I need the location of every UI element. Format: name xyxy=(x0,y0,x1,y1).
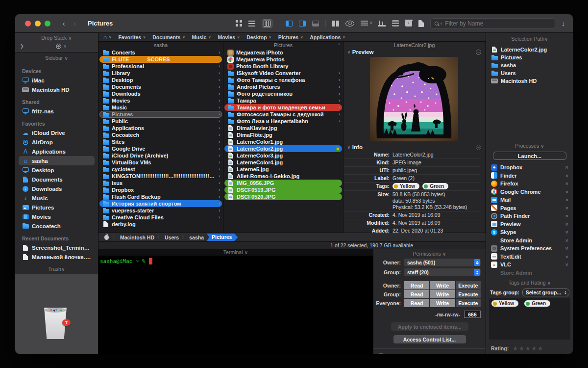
close-icon[interactable]: × xyxy=(565,229,570,235)
file-row[interactable]: Фото Тамары с телефона› xyxy=(224,77,342,83)
file-row[interactable]: Тамара и фото младенцев семьи› xyxy=(224,104,342,111)
permission-everyone-execute[interactable]: Execute xyxy=(456,299,481,307)
close-icon[interactable]: × xyxy=(565,181,570,186)
tools-icon[interactable] xyxy=(378,21,386,26)
process-row-pages[interactable]: Pages× xyxy=(491,204,570,212)
path-dropdown-home[interactable]: ⌂∨ xyxy=(103,34,111,40)
file-row[interactable]: DimaFlöte.jpg xyxy=(224,131,342,138)
download-arrow-icon[interactable]: ↓ xyxy=(562,20,565,27)
selection-path-item[interactable]: Pictures xyxy=(491,53,570,61)
permission-owner-execute[interactable]: Execute xyxy=(456,281,481,289)
file-row[interactable]: Desktop› xyxy=(99,77,222,83)
drop-stack-header[interactable]: Drop Stack ∨ xyxy=(15,35,98,41)
file-row[interactable]: iSkysoft Video Converter› xyxy=(224,70,342,77)
path-dropdown-favorites[interactable]: Favorites∨ xyxy=(118,34,146,40)
file-row[interactable]: Concerts› xyxy=(99,49,222,56)
ignore-ownership-checkbox[interactable] xyxy=(378,353,384,355)
file-row[interactable]: LaterneColor3.jpg xyxy=(224,152,342,159)
preview-section-header[interactable]: ∨ Preview − xyxy=(343,48,485,56)
sidebar-item-fritz-nas[interactable]: fritz-nas xyxy=(19,106,95,116)
process-row-system-preferences[interactable]: ⚙System Preferences× xyxy=(491,244,570,253)
processes-header[interactable]: Processes ∨ xyxy=(486,143,573,149)
close-icon[interactable]: × xyxy=(565,213,570,219)
selection-path-item[interactable]: Macintosh HD xyxy=(491,77,570,85)
grid-view-icon[interactable] xyxy=(236,20,242,26)
process-row-mail[interactable]: Mail× xyxy=(491,196,570,204)
file-row[interactable]: LaterneColor2.jpg xyxy=(224,145,342,152)
process-row-textedit[interactable]: TextEdit× xyxy=(491,253,570,261)
close-icon[interactable]: × xyxy=(565,237,570,243)
file-row[interactable]: Movies› xyxy=(99,97,222,104)
terminal-header[interactable]: Terminal ∨ xyxy=(98,249,373,256)
file-row[interactable]: VirtualBox VMs› xyxy=(99,159,222,166)
permission-group-execute[interactable]: Execute xyxy=(456,290,481,298)
file-row[interactable]: Public› xyxy=(99,118,222,125)
toggle-right-panel-icon[interactable] xyxy=(299,21,306,26)
close-icon[interactable]: × xyxy=(565,173,570,179)
file-row[interactable]: Flash Card Backup› xyxy=(99,193,222,200)
file-row[interactable]: KINGSTON!!!!!!!!!!!!!!!!...!!!!!!!!!!!!!… xyxy=(99,173,222,180)
sidebar-item-screenshot-terminal-[interactable]: Screenshot_Terminal... xyxy=(19,243,95,252)
launch-button[interactable]: Launch... xyxy=(493,152,566,160)
file-row[interactable]: iCloud Drive (Archive)› xyxy=(99,152,222,159)
process-row-store-admin[interactable]: Store Admin× xyxy=(491,237,570,245)
path-dropdown-desktop[interactable]: Desktop∨ xyxy=(246,34,271,40)
sidebar-item-downloads[interactable]: ↓Downloads xyxy=(19,184,95,193)
file-row[interactable]: FLUTE______SCORES› xyxy=(99,56,222,63)
sidebar-item-macintosh-hd[interactable]: Macintosh HD xyxy=(19,85,95,94)
file-row[interactable]: Фото родственников› xyxy=(224,90,342,97)
dual-pane-icon[interactable] xyxy=(332,21,339,26)
path-dropdown-applications[interactable]: Applications∨ xyxy=(310,34,345,40)
expand-icon[interactable]: ❯ xyxy=(20,44,24,49)
process-row-skype[interactable]: SSkype× xyxy=(491,228,570,237)
file-row[interactable]: Pictures› xyxy=(99,111,222,118)
tags-group-select[interactable]: Select group... xyxy=(522,289,569,296)
file-row[interactable]: isus› xyxy=(99,180,222,186)
forward-button[interactable]: › xyxy=(71,20,78,27)
apply-to-enclosed-button[interactable]: Apply to enclosed items... xyxy=(391,322,468,331)
file-row[interactable]: Professional› xyxy=(99,63,222,70)
filter-input[interactable] xyxy=(444,20,532,27)
archive-box-icon[interactable] xyxy=(405,21,412,26)
breadcrumb-item[interactable]: Users xyxy=(165,235,179,240)
drop-stack-target[interactable]: ∨ xyxy=(55,43,67,50)
process-row-finder[interactable]: Finder× xyxy=(491,172,570,180)
sidebar-item-movies[interactable]: Movies xyxy=(19,212,95,221)
file-row[interactable]: Фотосессия Тамары с дедушкой› xyxy=(224,111,342,118)
file-row[interactable]: LaterneColor4.jpg xyxy=(224,159,342,166)
list-view-icon[interactable] xyxy=(248,21,255,26)
mode-octal-field[interactable]: 666 xyxy=(464,311,481,318)
sidebar-item-icloud-drive[interactable]: ☁iCloud Drive xyxy=(19,128,95,137)
file-row[interactable]: Library› xyxy=(99,70,222,77)
owner-select[interactable]: sasha (501) xyxy=(404,259,481,266)
back-button[interactable]: ‹ xyxy=(60,20,67,27)
sidebar-item-documents[interactable]: Documents xyxy=(19,175,95,184)
close-icon[interactable]: × xyxy=(565,205,570,211)
close-icon[interactable]: × xyxy=(565,221,570,227)
filter-field[interactable]: ∨ xyxy=(430,18,555,29)
file-row[interactable]: Sites› xyxy=(99,138,222,145)
close-window-button[interactable] xyxy=(25,21,31,26)
terminal-panel[interactable]: Terminal ∨ sasha@iMac ~ % xyxy=(98,249,373,354)
breadcrumb-current[interactable]: Pictures xyxy=(207,234,238,241)
toggle-panel-gray-icon[interactable] xyxy=(312,21,319,26)
sidebar-item--pdf[interactable]: Маленькой ёлочке.pdf xyxy=(19,252,95,262)
permission-group-read[interactable]: Read xyxy=(404,290,429,298)
permission-owner-write[interactable]: Write xyxy=(430,281,455,289)
sidebar-item-music[interactable]: ♪Music xyxy=(19,193,95,203)
file-row[interactable]: IMG_0956.JPG xyxy=(224,180,342,186)
new-document-icon[interactable] xyxy=(418,20,424,27)
sidebar-header[interactable]: Sidebar ∨ xyxy=(15,53,98,63)
file-row[interactable]: Медиатека iPhoto xyxy=(224,49,342,56)
file-row[interactable]: cyclotest› xyxy=(99,166,222,173)
sort-ascending-icon[interactable]: ^ xyxy=(338,42,340,47)
breadcrumb-item[interactable]: Macintosh HD xyxy=(120,235,154,240)
permission-everyone-write[interactable]: Write xyxy=(430,299,455,307)
close-icon[interactable]: × xyxy=(565,189,570,195)
selection-path-item[interactable]: LaterneColor2.jpg xyxy=(491,46,570,53)
selection-path-item[interactable]: sasha xyxy=(491,61,570,69)
file-row[interactable]: Creative Cloud Files› xyxy=(99,214,222,221)
process-row-firefox[interactable]: Firefox× xyxy=(491,180,570,188)
tag-pill-yellow[interactable]: Yellow xyxy=(392,183,419,189)
file-row[interactable]: DSCF0520.JPG xyxy=(224,193,342,200)
